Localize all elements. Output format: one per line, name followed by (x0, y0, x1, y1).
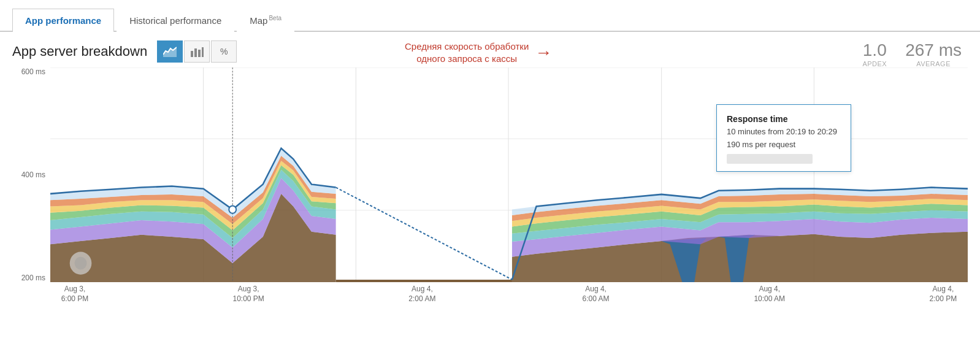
svg-rect-3 (198, 50, 201, 57)
tabs-bar: App performance Historical performance M… (0, 0, 980, 32)
chart-type-buttons: % (157, 40, 237, 63)
svg-rect-2 (194, 48, 197, 57)
x-label-5: Aug 4, 2:00 PM (919, 285, 968, 304)
svg-point-35 (75, 257, 87, 270)
main-content: App server breakdown % (0, 32, 980, 301)
chart-type-bar-button[interactable] (184, 40, 210, 63)
chart-wrapper: 600 ms 400 ms 200 ms (12, 67, 968, 301)
x-label-3: Aug 4, 6:00 AM (572, 285, 621, 304)
svg-rect-1 (191, 51, 193, 57)
tab-historical-performance[interactable]: Historical performance (117, 9, 234, 32)
tab-historical-performance-label: Historical performance (129, 15, 221, 26)
y-label-200: 200 ms (12, 274, 50, 282)
x-label-0: Aug 3, 6:00 PM (50, 285, 99, 304)
percent-icon: % (220, 47, 228, 56)
x-axis: Aug 3, 6:00 PM Aug 3, 10:00 PM Aug 4, 2:… (50, 282, 968, 301)
chart-type-percent-button[interactable]: % (211, 40, 237, 63)
annotation-text: Средняя скорость обработкиодного запроса… (405, 40, 529, 66)
chart-area[interactable]: Response time 10 minutes from 20:19 to 2… (50, 67, 968, 282)
tooltip-blurred-row (727, 154, 813, 164)
x-label-2: Aug 4, 2:00 AM (397, 285, 446, 304)
annotation-arrow: → (535, 44, 552, 61)
svg-rect-4 (202, 47, 204, 57)
chart-type-area-button[interactable] (157, 40, 183, 63)
tooltip-line2: 190 ms per request (727, 139, 841, 151)
y-label-400: 400 ms (12, 171, 50, 179)
section-title: App server breakdown (12, 44, 147, 59)
area-chart-icon (163, 46, 177, 57)
tab-map[interactable]: MapBeta (237, 8, 294, 32)
x-label-1: Aug 3, 10:00 PM (224, 285, 273, 304)
tab-app-performance[interactable]: App performance (12, 9, 114, 32)
tab-map-label: Map (250, 15, 267, 26)
tooltip-line1: 10 minutes from 20:19 to 20:29 (727, 126, 841, 139)
apdex-label: APDEX (862, 60, 887, 67)
average-value: 267 ms (905, 40, 962, 60)
tooltip-title: Response time (727, 112, 841, 126)
average-metric: 267 ms AVERAGE (905, 40, 962, 67)
tab-app-performance-label: App performance (25, 15, 101, 26)
apdex-metric: 1.0 APDEX (862, 40, 887, 67)
svg-point-33 (229, 205, 236, 213)
beta-badge: Beta (269, 15, 281, 21)
x-label-4: Aug 4, 10:00 AM (745, 285, 794, 304)
svg-line-22 (336, 188, 512, 280)
tooltip: Response time 10 minutes from 20:19 to 2… (716, 104, 851, 172)
metrics-right: 1.0 APDEX 267 ms AVERAGE (862, 40, 962, 67)
average-label: AVERAGE (905, 60, 962, 67)
chart-svg (50, 67, 968, 282)
bar-chart-icon (190, 46, 204, 57)
y-label-600: 600 ms (12, 67, 50, 76)
apdex-value: 1.0 (862, 40, 887, 60)
annotation-area: Средняя скорость обработкиодного запроса… (405, 40, 552, 66)
y-axis: 600 ms 400 ms 200 ms (12, 67, 50, 301)
